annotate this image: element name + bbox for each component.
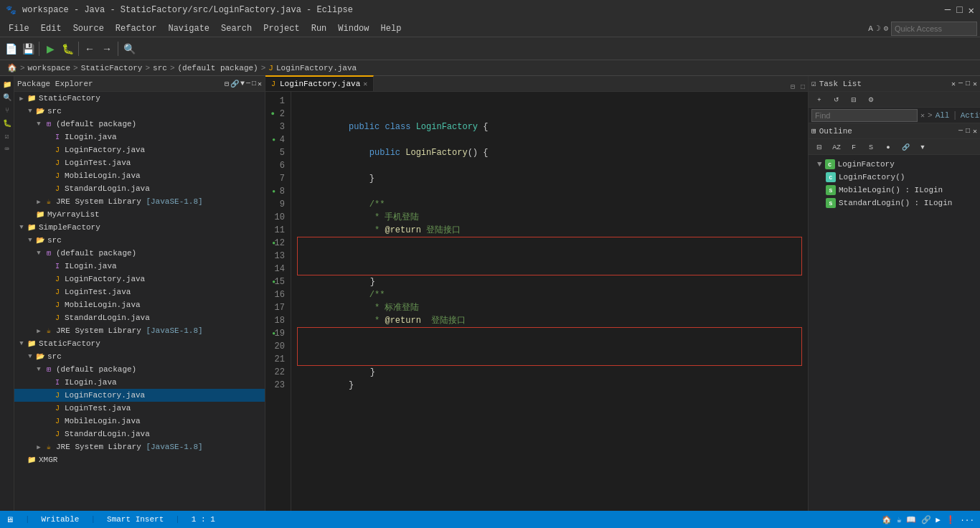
menu-navigate[interactable]: Navigate xyxy=(162,20,215,37)
menu-window[interactable]: Window xyxy=(332,20,374,37)
outline-fields-btn[interactable]: F xyxy=(846,139,862,155)
tl-minimize-icon[interactable]: ─ xyxy=(958,80,963,88)
outline-link-btn[interactable]: 🔗 xyxy=(897,139,913,155)
tree-logintest-1[interactable]: J LoginTest.java xyxy=(14,156,265,169)
tl-new-task-btn[interactable]: + xyxy=(811,92,827,108)
toolbar-run[interactable]: ▶ xyxy=(42,41,58,57)
breadcrumb-src[interactable]: src xyxy=(153,64,167,72)
sidebar-git-icon[interactable]: ⑂ xyxy=(1,105,13,116)
tree-xmgr[interactable]: 📁 XMGR xyxy=(14,453,265,466)
pe-menu-icon[interactable]: ▼ xyxy=(240,80,245,88)
minimize-button[interactable]: ─ xyxy=(945,4,951,16)
editor-area-menu[interactable]: ⊟ xyxy=(788,82,798,91)
code-content[interactable]: public class LoginFactory { public Login… xyxy=(291,92,808,511)
tree-defpkg-1[interactable]: ▼ ⊞ (default package) xyxy=(14,118,265,131)
pe-minimize-icon[interactable]: ─ xyxy=(246,80,250,88)
tree-standardlogin-2[interactable]: J StandardLogin.java xyxy=(14,311,265,324)
menu-source[interactable]: Source xyxy=(67,20,110,37)
outline-sort-btn[interactable]: AZ xyxy=(829,139,844,155)
tl-all-btn[interactable]: All xyxy=(936,111,950,120)
sidebar-tasks-icon[interactable]: ☑ xyxy=(1,131,13,142)
tree-defpkg-3[interactable]: ▼ ⊞ (default package) xyxy=(14,363,265,376)
tree-loginfactory-2[interactable]: J LoginFactory.java xyxy=(14,273,265,286)
maximize-button[interactable]: □ xyxy=(956,4,962,16)
tree-ilogin-2[interactable]: I ILogin.java xyxy=(14,260,265,273)
task-list-find-input[interactable] xyxy=(811,109,918,122)
outline-item-mobilelogin[interactable]: S MobileLogin() : ILogin xyxy=(811,184,977,197)
editor-area-max[interactable]: □ xyxy=(798,83,808,91)
code-line-20: return new StandardLogin(); xyxy=(297,340,802,353)
outline-minimize-icon[interactable]: ─ xyxy=(958,127,963,135)
breadcrumb-file[interactable]: J xyxy=(268,64,273,72)
tl-collapse-btn[interactable]: ⊟ xyxy=(846,92,862,108)
toolbar-forward[interactable]: → xyxy=(99,41,115,57)
breadcrumb-package[interactable]: (default package) xyxy=(178,64,258,72)
tab-close-icon[interactable]: ✕ xyxy=(363,80,367,88)
pe-link-icon[interactable]: 🔗 xyxy=(230,80,239,88)
outline-item-standardlogin[interactable]: S StandardLogin() : ILogin xyxy=(811,197,977,209)
toolbar-back[interactable]: ← xyxy=(82,41,98,57)
tl-activate-btn[interactable]: Activate... xyxy=(961,111,980,120)
menu-help[interactable]: Help xyxy=(375,20,407,37)
outline-collapse-btn[interactable]: ⊟ xyxy=(811,139,827,155)
tree-jre-3[interactable]: ▶ ☕ JRE System Library [JavaSE-1.8] xyxy=(14,440,265,453)
tl-maximize-icon[interactable]: □ xyxy=(966,80,970,88)
menu-run[interactable]: Run xyxy=(306,20,333,37)
tree-defpkg-2[interactable]: ▼ ⊞ (default package) xyxy=(14,247,265,260)
sidebar-explorer-icon[interactable]: 📁 xyxy=(1,79,13,90)
menu-edit[interactable]: Edit xyxy=(35,20,67,37)
tree-ilogin-1[interactable]: I ILogin.java xyxy=(14,131,265,143)
pe-maximize-icon[interactable]: □ xyxy=(252,80,256,88)
tree-mobilelogin-3[interactable]: J MobileLogin.java xyxy=(14,415,265,428)
quick-access-input[interactable] xyxy=(891,22,977,36)
toolbar-save[interactable]: 💾 xyxy=(20,41,36,57)
breadcrumb-filename[interactable]: LoginFactory.java xyxy=(276,64,357,72)
pe-collapse-icon[interactable]: ⊟ xyxy=(225,80,229,88)
menu-refactor[interactable]: Refactor xyxy=(110,20,163,37)
tree-src-2[interactable]: ▼ 📂 src xyxy=(14,234,265,247)
outline-item-loginfactory-class[interactable]: ▼ C LoginFactory xyxy=(811,158,977,171)
sidebar-console-icon[interactable]: ⌨ xyxy=(1,143,13,155)
tree-staticfactory-1[interactable]: ▶ 📁 StaticFactory xyxy=(14,92,265,105)
tree-mobilelogin-1[interactable]: J MobileLogin.java xyxy=(14,169,265,182)
tree-logintest-2[interactable]: J LoginTest.java xyxy=(14,286,265,298)
close-button[interactable]: ✕ xyxy=(969,4,974,16)
tl-menu-icon[interactable]: ✕ xyxy=(951,80,956,88)
outline-maximize-icon[interactable]: □ xyxy=(966,127,970,135)
tree-standardlogin-3[interactable]: J StandardLogin.java xyxy=(14,428,265,440)
tree-standardlogin-1[interactable]: J StandardLogin.java xyxy=(14,182,265,195)
outline-static-btn[interactable]: S xyxy=(863,139,879,155)
tree-jre-1[interactable]: ▶ ☕ JRE System Library [JavaSE-1.8] xyxy=(14,195,265,208)
tree-simplefactory[interactable]: ▼ 📁 SimpleFactory xyxy=(14,221,265,234)
outline-close-icon[interactable]: ✕ xyxy=(973,127,977,136)
sidebar-debug-icon[interactable]: 🐛 xyxy=(1,118,13,129)
outline-menu-btn[interactable]: ▼ xyxy=(915,139,930,155)
tree-jre-2[interactable]: ▶ ☕ JRE System Library [JavaSE-1.8] xyxy=(14,324,265,337)
tree-src-3[interactable]: ▼ 📂 src xyxy=(14,350,265,363)
tree-staticfactory-3[interactable]: ▼ 📁 StaticFactory xyxy=(14,337,265,350)
menu-search[interactable]: Search xyxy=(215,20,258,37)
tree-myarraylist[interactable]: 📁 MyArrayList xyxy=(14,208,265,221)
toolbar-new[interactable]: 📄 xyxy=(3,41,19,57)
menu-file[interactable]: File xyxy=(3,20,35,37)
toolbar-debug[interactable]: 🐛 xyxy=(60,41,75,57)
tree-mobilelogin-2[interactable]: J MobileLogin.java xyxy=(14,298,265,311)
tree-loginfactory-1[interactable]: J LoginFactory.java xyxy=(14,143,265,156)
pe-close-icon[interactable]: ✕ xyxy=(258,80,262,88)
tree-loginfactory-3-selected[interactable]: J LoginFactory.java xyxy=(14,389,265,402)
tl-filter-btn[interactable]: ⚙ xyxy=(863,92,879,108)
tree-logintest-3[interactable]: J LoginTest.java xyxy=(14,402,265,415)
outline-item-constructor[interactable]: C LoginFactory() xyxy=(811,171,977,184)
tl-close-icon[interactable]: ✕ xyxy=(973,80,977,88)
tree-ilogin-3[interactable]: I ILogin.java xyxy=(14,376,265,389)
toolbar-search[interactable]: 🔍 xyxy=(121,41,137,57)
sidebar-search-icon[interactable]: 🔍 xyxy=(1,92,13,103)
tl-refresh-btn[interactable]: ↺ xyxy=(829,92,844,108)
tl-find-clear[interactable]: ✕ xyxy=(920,111,925,120)
outline-public-btn[interactable]: ● xyxy=(880,139,896,155)
breadcrumb-workspace[interactable]: workspace xyxy=(28,64,70,72)
editor-tab-loginfactory[interactable]: J LoginFactory.java ✕ xyxy=(265,75,374,91)
breadcrumb-project[interactable]: StaticFactory xyxy=(81,64,143,72)
menu-project[interactable]: Project xyxy=(258,20,305,37)
tree-src-1[interactable]: ▼ 📂 src xyxy=(14,105,265,118)
